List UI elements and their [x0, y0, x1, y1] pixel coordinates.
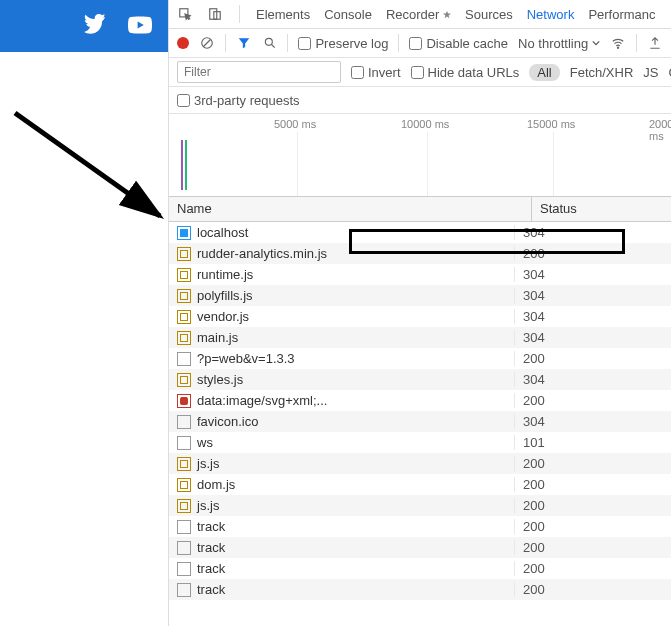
request-name: dom.js [197, 477, 235, 492]
request-status: 200 [515, 582, 671, 597]
tab-recorder[interactable]: Recorder [386, 7, 451, 22]
request-name: polyfills.js [197, 288, 253, 303]
tick-label: 15000 ms [527, 118, 575, 130]
column-name[interactable]: Name [169, 197, 532, 221]
table-row[interactable]: polyfills.js304 [169, 285, 671, 306]
devtools-tabbar: Elements Console Recorder Sources Networ… [169, 0, 671, 29]
request-name: track [197, 540, 225, 555]
throttling-select[interactable]: No throttling [518, 36, 600, 51]
table-row[interactable]: js.js200 [169, 495, 671, 516]
tab-performance[interactable]: Performanc [588, 7, 655, 22]
tab-console[interactable]: Console [324, 7, 372, 22]
hide-data-urls-checkbox[interactable]: Hide data URLs [411, 65, 520, 80]
request-status: 200 [515, 519, 671, 534]
tab-sources[interactable]: Sources [465, 7, 513, 22]
file-icon [177, 499, 191, 513]
request-status: 200 [515, 351, 671, 366]
filter-all[interactable]: All [529, 64, 559, 81]
file-icon [177, 352, 191, 366]
file-icon [177, 583, 191, 597]
request-status: 304 [515, 309, 671, 324]
request-grid-header: Name Status [169, 197, 671, 222]
file-icon [177, 331, 191, 345]
file-icon [177, 247, 191, 261]
table-row[interactable]: vendor.js304 [169, 306, 671, 327]
inspect-icon[interactable] [177, 6, 193, 22]
third-party-row: 3rd-party requests [169, 87, 671, 114]
table-row[interactable]: ?p=web&v=1.3.3200 [169, 348, 671, 369]
request-status: 304 [515, 414, 671, 429]
request-status: 200 [515, 393, 671, 408]
table-row[interactable]: localhost304 [169, 222, 671, 243]
request-status: 200 [515, 540, 671, 555]
request-status: 200 [515, 477, 671, 492]
filter-fetch[interactable]: Fetch/XHR [570, 65, 634, 80]
request-status: 304 [515, 267, 671, 282]
clear-icon[interactable] [199, 35, 215, 51]
network-filterbar: Invert Hide data URLs All Fetch/XHR JS C… [169, 58, 671, 87]
request-name: rudder-analytics.min.js [197, 246, 327, 261]
request-status: 200 [515, 456, 671, 471]
svg-point-5 [618, 47, 619, 48]
request-status: 200 [515, 246, 671, 261]
request-name: runtime.js [197, 267, 253, 282]
request-status: 200 [515, 498, 671, 513]
tick-label: 20000 ms [649, 118, 671, 142]
filter-icon[interactable] [236, 35, 252, 51]
youtube-icon[interactable] [128, 13, 152, 40]
twitter-icon[interactable] [84, 14, 106, 39]
device-icon[interactable] [207, 6, 223, 22]
preserve-log-checkbox[interactable]: Preserve log [298, 36, 388, 51]
request-name: js.js [197, 456, 219, 471]
svg-point-4 [265, 38, 272, 45]
file-icon [177, 415, 191, 429]
disable-cache-checkbox[interactable]: Disable cache [409, 36, 508, 51]
file-icon [177, 478, 191, 492]
table-row[interactable]: js.js200 [169, 453, 671, 474]
request-name: track [197, 561, 225, 576]
file-icon [177, 289, 191, 303]
table-row[interactable]: track200 [169, 516, 671, 537]
table-row[interactable]: styles.js304 [169, 369, 671, 390]
file-icon [177, 520, 191, 534]
request-status: 101 [515, 435, 671, 450]
invert-checkbox[interactable]: Invert [351, 65, 401, 80]
tab-elements[interactable]: Elements [256, 7, 310, 22]
search-icon[interactable] [262, 35, 278, 51]
wifi-icon[interactable] [610, 35, 626, 51]
third-party-checkbox[interactable]: 3rd-party requests [177, 93, 300, 108]
request-name: main.js [197, 330, 238, 345]
file-icon [177, 457, 191, 471]
table-row[interactable]: track200 [169, 579, 671, 600]
record-button[interactable] [177, 37, 189, 49]
file-icon [177, 562, 191, 576]
request-grid: localhost304rudder-analytics.min.js200ru… [169, 222, 671, 600]
filter-input[interactable] [177, 61, 341, 83]
filter-js[interactable]: JS [643, 65, 658, 80]
request-name: favicon.ico [197, 414, 258, 429]
table-row[interactable]: track200 [169, 558, 671, 579]
table-row[interactable]: rudder-analytics.min.js200 [169, 243, 671, 264]
table-row[interactable]: main.js304 [169, 327, 671, 348]
request-status: 304 [515, 372, 671, 387]
table-row[interactable]: runtime.js304 [169, 264, 671, 285]
site-header [0, 0, 168, 52]
timeline-overview[interactable]: 5000 ms 10000 ms 15000 ms 20000 ms [169, 114, 671, 197]
table-row[interactable]: ws101 [169, 432, 671, 453]
column-status[interactable]: Status [532, 197, 671, 221]
upload-icon[interactable] [647, 35, 663, 51]
tick-label: 10000 ms [401, 118, 449, 130]
file-icon [177, 541, 191, 555]
table-row[interactable]: data:image/svg+xml;...200 [169, 390, 671, 411]
request-name: styles.js [197, 372, 243, 387]
file-icon [177, 226, 191, 240]
tick-label: 5000 ms [274, 118, 316, 130]
request-name: vendor.js [197, 309, 249, 324]
table-row[interactable]: favicon.ico304 [169, 411, 671, 432]
tab-network[interactable]: Network [527, 7, 575, 22]
file-icon [177, 436, 191, 450]
request-status: 304 [515, 330, 671, 345]
network-toolbar: Preserve log Disable cache No throttling [169, 29, 671, 58]
table-row[interactable]: track200 [169, 537, 671, 558]
table-row[interactable]: dom.js200 [169, 474, 671, 495]
